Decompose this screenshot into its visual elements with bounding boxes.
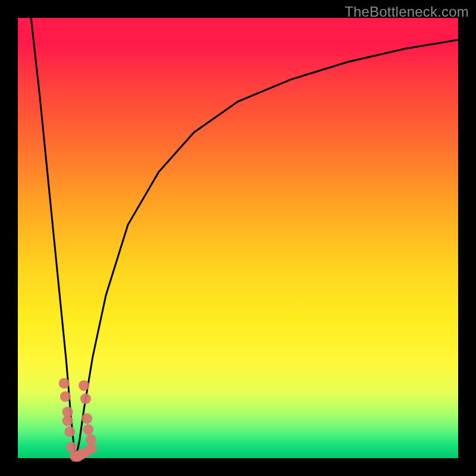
curve-left-branch — [31, 18, 76, 458]
scatter-dot — [62, 415, 73, 426]
scatter-dot — [83, 424, 93, 435]
scatter-dot — [64, 427, 75, 437]
scatter-dot — [66, 442, 77, 453]
curve-right-branch — [76, 40, 458, 458]
chart-plot-area — [18, 18, 458, 458]
scatter-dot — [79, 380, 89, 391]
scatter-dot — [60, 391, 71, 402]
chart-svg — [18, 18, 458, 458]
scatter-dot — [59, 378, 70, 389]
scatter-dot — [80, 393, 91, 404]
chart-frame: TheBottleneck.com — [0, 0, 476, 476]
scatter-dot — [82, 413, 92, 424]
curve-layer — [31, 18, 458, 458]
watermark-text: TheBottleneck.com — [345, 4, 469, 20]
scatter-dot — [86, 434, 96, 445]
